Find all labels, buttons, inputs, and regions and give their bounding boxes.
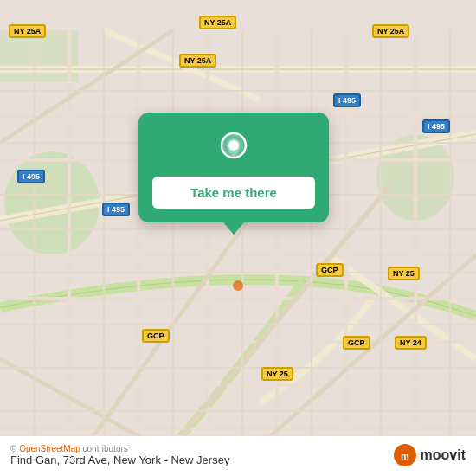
popup-card: Take me there (138, 113, 329, 222)
road-badge-ny25a-center: NY 25A (179, 54, 216, 68)
moovit-logo: m moovit (393, 443, 466, 467)
road-badge-gcp-center: GCP (316, 263, 344, 277)
location-text: Find Gan, 73rd Ave, New York - New Jerse… (10, 453, 229, 466)
copyright-text: © OpenStreetMap contributors (10, 444, 229, 453)
map-container: NY 25A NY 25A NY 25A I 495 I 495 I 495 I… (0, 0, 476, 476)
road-badge-ny25a-top-left: NY 25A (9, 24, 46, 38)
svg-rect-3 (0, 30, 78, 82)
svg-point-42 (233, 280, 243, 291)
road-badge-gcp-bottom-left: GCP (142, 329, 170, 343)
bottom-bar: © OpenStreetMap contributors Find Gan, 7… (0, 435, 476, 476)
svg-text:m: m (401, 451, 409, 461)
road-badge-ny24: NY 24 (395, 336, 427, 350)
road-badge-gcp-bottom-right: GCP (343, 336, 370, 350)
moovit-text: moovit (421, 447, 466, 463)
road-badge-ny25a-top-center: NY 25A (199, 16, 236, 29)
road-badge-i495-center-left: I 495 (102, 203, 130, 216)
road-badge-ny25-bottom: NY 25 (261, 367, 293, 381)
bottom-info: © OpenStreetMap contributors Find Gan, 7… (10, 444, 229, 466)
map-svg (0, 0, 476, 476)
take-me-there-button[interactable]: Take me there (152, 177, 315, 209)
road-badge-ny25a-top-right: NY 25A (372, 24, 409, 38)
road-badge-i495-left: I 495 (17, 170, 45, 183)
road-badge-i495-top-right: I 495 (333, 93, 361, 107)
road-badge-i495-right: I 495 (422, 119, 450, 133)
moovit-icon: m (393, 443, 417, 467)
openstreetmap-link[interactable]: OpenStreetMap (19, 444, 80, 453)
road-badge-ny25-right: NY 25 (388, 267, 420, 280)
location-pin-icon (215, 130, 253, 168)
